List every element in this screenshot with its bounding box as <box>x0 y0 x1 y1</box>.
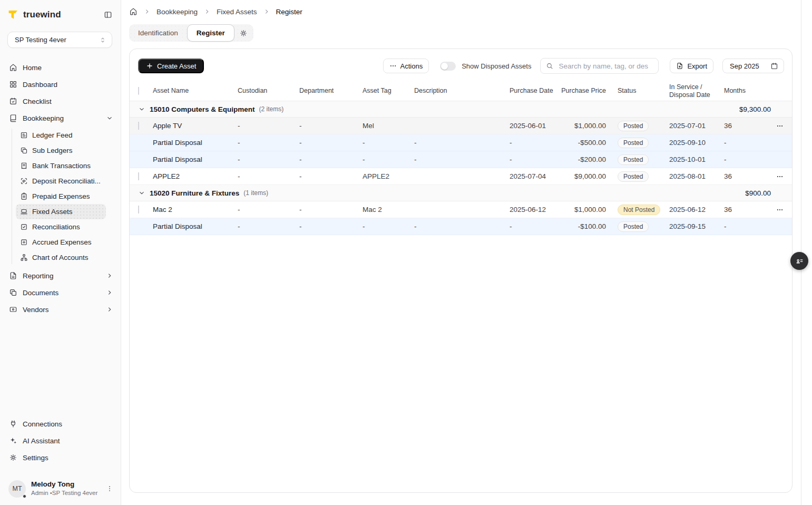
sidebar-item-connections[interactable]: Connections <box>0 415 121 432</box>
chevron-right-icon <box>106 306 113 313</box>
contacts-panel-button[interactable] <box>790 252 808 270</box>
sidebar: truewind SP Testing 4ever Home Dashboard… <box>0 0 121 505</box>
asset-name-cell: Mac 2 <box>153 206 238 213</box>
purchase-date-cell: - <box>510 156 559 163</box>
column-header-description[interactable]: Description <box>414 87 510 95</box>
column-header-purchase-price[interactable]: Purchase Price <box>559 87 606 95</box>
asset-tag-cell: Mac 2 <box>363 206 414 213</box>
tab-identification[interactable]: Identification <box>129 24 187 42</box>
row-checkbox[interactable] <box>138 172 139 180</box>
sidebar-item-home[interactable]: Home <box>0 59 121 76</box>
sidebar-item-ledger-feed[interactable]: Ledger Feed <box>16 128 106 143</box>
column-header-months[interactable]: Months <box>724 87 767 95</box>
sidebar-item-dashboard[interactable]: Dashboard <box>0 76 121 93</box>
breadcrumb-register: Register <box>276 8 302 16</box>
column-header-department[interactable]: Department <box>299 87 363 95</box>
ellipsis-icon <box>389 62 397 70</box>
column-header-purchase-date[interactable]: Purchase Date <box>510 87 559 95</box>
sidebar-item-chart-of-accounts[interactable]: Chart of Accounts <box>16 250 106 265</box>
table-row[interactable]: Partial Disposal - - - - - -$200.00 Post… <box>130 151 792 168</box>
sidebar-item-settings[interactable]: Settings <box>0 449 121 466</box>
column-header-service-date[interactable]: In Service / Disposal Date <box>669 83 724 99</box>
bank-transactions-icon <box>20 162 28 170</box>
column-header-custodian[interactable]: Custodian <box>238 87 299 95</box>
presence-dot <box>23 494 26 498</box>
breadcrumb-fixed-assets[interactable]: Fixed Assets <box>217 8 257 16</box>
sidebar-item-accrued-expenses[interactable]: Accrued Expenses <box>16 235 106 250</box>
brand-name: truewind <box>23 9 61 20</box>
sidebar-item-vendors[interactable]: Vendors <box>0 301 121 318</box>
row-checkbox[interactable] <box>138 206 139 213</box>
sidebar-item-deposit-reconciliation[interactable]: Deposit Reconciliati... <box>16 173 106 189</box>
status-badge: Posted <box>618 154 649 165</box>
service-date-cell: 2025-09-10 <box>669 139 724 147</box>
sidebar-header: truewind <box>0 0 121 21</box>
home-icon[interactable] <box>129 7 138 16</box>
column-header-status[interactable]: Status <box>606 87 669 95</box>
row-checkbox[interactable] <box>138 122 139 130</box>
group-row[interactable]: 15010 Computers & Equipment (2 items) $9… <box>130 101 792 118</box>
table-row[interactable]: APPLE2 - - APPLE2 2025-07-04 $9,000.00 P… <box>130 168 792 185</box>
dots-vertical-icon[interactable] <box>106 485 113 492</box>
workspace-selector[interactable]: SP Testing 4ever <box>7 32 112 48</box>
view-tabs: Identification Register <box>129 24 253 42</box>
period-selector[interactable]: Sep 2025 <box>722 59 784 73</box>
table-row[interactable]: Partial Disposal - - - - - -$500.00 Post… <box>130 134 792 151</box>
chevron-right-icon <box>106 289 113 296</box>
ellipsis-icon <box>776 206 784 213</box>
panel-left-icon[interactable] <box>104 11 112 19</box>
sidebar-item-fixed-assets[interactable]: Fixed Assets <box>16 204 106 219</box>
breadcrumb-bookkeeping[interactable]: Bookkeeping <box>156 8 198 16</box>
column-header-asset-tag[interactable]: Asset Tag <box>363 87 414 95</box>
table-row[interactable]: Apple TV - - Mel 2025-06-01 $1,000.00 Po… <box>130 118 792 134</box>
sidebar-item-label: Accrued Expenses <box>32 238 92 246</box>
sidebar-item-ai-assistant[interactable]: AI Assistant <box>0 432 121 449</box>
sidebar-item-label: Vendors <box>23 306 49 314</box>
custodian-cell: - <box>238 139 299 147</box>
table-row[interactable]: Mac 2 - - Mac 2 2025-06-12 $1,000.00 Not… <box>130 201 792 218</box>
sidebar-item-reporting[interactable]: Reporting <box>0 267 121 284</box>
purchase-date-cell: 2025-06-12 <box>510 206 559 213</box>
show-disposed-label: Show Disposed Assets <box>462 62 531 70</box>
group-row[interactable]: 15020 Furniture & Fixtures (1 items) $90… <box>130 185 792 201</box>
row-menu-button[interactable] <box>776 206 784 213</box>
select-all-checkbox[interactable] <box>138 87 139 95</box>
service-date-cell: 2025-09-15 <box>669 222 724 230</box>
actions-button[interactable]: Actions <box>383 59 429 73</box>
sidebar-item-bank-transactions[interactable]: Bank Transactions <box>16 158 106 173</box>
sidebar-item-label: Connections <box>23 420 62 428</box>
sidebar-item-bookkeeping[interactable]: Bookkeeping <box>0 110 121 127</box>
gear-icon[interactable] <box>239 29 248 37</box>
chevrons-up-down-icon <box>99 36 106 44</box>
prepaid-expenses-icon <box>20 192 28 200</box>
asset-tag-cell: APPLE2 <box>363 172 414 180</box>
table-row[interactable]: Partial Disposal - - - - - -$100.00 Post… <box>130 218 792 235</box>
show-disposed-toggle[interactable] <box>440 62 456 71</box>
row-menu-button[interactable] <box>776 122 784 130</box>
brand-logo <box>7 9 18 20</box>
create-asset-label: Create Asset <box>157 62 196 70</box>
user-menu[interactable]: MT Melody Tong Admin •SP Testing 4ever <box>4 477 118 501</box>
sidebar-item-checklist[interactable]: Checklist <box>0 93 121 110</box>
description-cell: - <box>414 222 510 230</box>
status-badge: Posted <box>618 121 649 131</box>
export-button[interactable]: Export <box>670 59 713 73</box>
sidebar-item-reconciliations[interactable]: Reconciliations <box>16 219 106 235</box>
chart-of-accounts-icon <box>20 254 28 261</box>
toolbar: Create Asset Actions Show Disposed Asset… <box>130 49 792 81</box>
create-asset-button[interactable]: Create Asset <box>138 59 204 73</box>
service-date-cell: 2025-10-01 <box>669 156 724 163</box>
sidebar-item-documents[interactable]: Documents <box>0 284 121 301</box>
sidebar-item-label: Bank Transactions <box>32 162 91 170</box>
purchase-price-cell: -$200.00 <box>559 156 606 163</box>
search-input[interactable] <box>557 62 653 71</box>
sidebar-item-prepaid-expenses[interactable]: Prepaid Expenses <box>16 189 106 204</box>
column-header-asset-name[interactable]: Asset Name <box>153 87 238 95</box>
calendar-icon <box>770 62 778 70</box>
tab-register[interactable]: Register <box>187 24 234 42</box>
row-menu-button[interactable] <box>776 173 784 180</box>
status-badge: Posted <box>618 138 649 148</box>
group-count: (2 items) <box>259 105 284 113</box>
sidebar-item-sub-ledgers[interactable]: Sub Ledgers <box>16 143 106 158</box>
status-badge: Posted <box>618 221 649 232</box>
